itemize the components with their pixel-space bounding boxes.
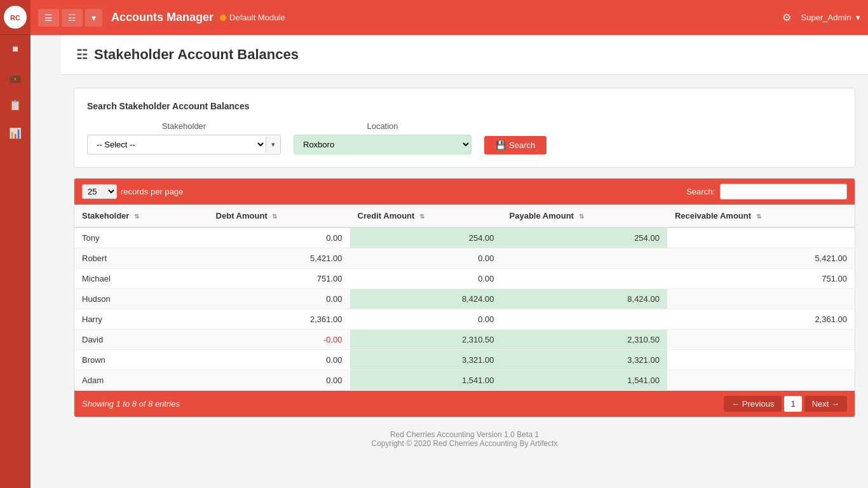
- username: Super_Admin: [801, 13, 851, 22]
- cell-debt: 5,421.00: [208, 248, 350, 269]
- page-title: Stakeholder Account Balances: [94, 46, 299, 63]
- sidebar-item-dashboard[interactable]: ■: [0, 35, 31, 63]
- cell-receivable: [667, 330, 855, 350]
- stakeholder-select-wrapper: -- Select -- ▾: [87, 135, 281, 154]
- showing-text: Showing 1 to 8 of 8 entries: [82, 399, 180, 409]
- app-title: Accounts Manager: [111, 11, 214, 24]
- cell-receivable: [667, 370, 855, 391]
- svg-text:RC: RC: [10, 14, 20, 22]
- search-button-label: Search: [509, 140, 535, 150]
- sidebar-logo: RC: [0, 0, 31, 35]
- sort-payable-icon: ⇅: [579, 213, 584, 220]
- search-button[interactable]: 💾 Search: [484, 136, 546, 154]
- search-button-group: 💾 Search: [484, 136, 546, 154]
- cell-receivable: 5,421.00: [667, 248, 855, 269]
- cell-stakeholder: Michael: [74, 269, 208, 289]
- search-section-title: Search Stakeholder Account Balances: [87, 101, 842, 111]
- cell-payable: 8,424.00: [502, 289, 667, 309]
- cell-stakeholder: David: [74, 330, 208, 350]
- module-dot: [220, 15, 226, 21]
- footer-line2: Copyright © 2020 Red Cherries Accounting…: [86, 439, 843, 448]
- table-row: Brown 0.00 3,321.00 3,321.00: [74, 350, 855, 370]
- cell-credit: 0.00: [350, 309, 502, 330]
- page-icon: ☷: [76, 47, 88, 62]
- search-form: Stakeholder -- Select -- ▾ Location Roxb…: [87, 121, 842, 154]
- cell-debt: 0.00: [208, 227, 350, 248]
- cell-receivable: [667, 350, 855, 370]
- col-debt[interactable]: Debt Amount ⇅: [208, 205, 350, 227]
- sort-debt-icon: ⇅: [272, 213, 277, 220]
- cell-debt: 751.00: [208, 269, 350, 289]
- col-payable[interactable]: Payable Amount ⇅: [502, 205, 667, 227]
- user-menu[interactable]: Super_Admin ▾: [799, 13, 860, 22]
- cell-debt: 0.00: [208, 350, 350, 370]
- table-row: David -0.00 2,310.50 2,310.50: [74, 330, 855, 350]
- cell-receivable: 2,361.00: [667, 309, 855, 330]
- stakeholder-select[interactable]: -- Select --: [88, 135, 266, 154]
- stakeholder-form-group: Stakeholder -- Select -- ▾: [87, 121, 281, 154]
- footer-line1: Red Cherries Accounting Version 1.0 Beta…: [86, 430, 843, 439]
- cell-credit: 0.00: [350, 269, 502, 289]
- cell-payable: 1,541.00: [502, 370, 667, 391]
- cell-debt: 0.00: [208, 289, 350, 309]
- chevron-button[interactable]: ▾: [85, 9, 102, 27]
- records-per-page-select[interactable]: 25 10 50 100: [82, 184, 117, 199]
- logo-text: RC: [4, 6, 27, 29]
- previous-button[interactable]: ← Previous: [724, 396, 782, 412]
- cell-receivable: [667, 289, 855, 309]
- table-section: 25 10 50 100 records per page Search:: [74, 178, 855, 417]
- cell-credit: 0.00: [350, 248, 502, 269]
- cell-payable: 2,310.50: [502, 330, 667, 350]
- col-receivable[interactable]: Receivable Amount ⇅: [667, 205, 855, 227]
- table-row: Tony 0.00 254.00 254.00: [74, 227, 855, 248]
- sidebar-item-document[interactable]: 📋: [0, 91, 31, 119]
- grid-button[interactable]: ☷: [62, 9, 83, 27]
- records-per-page-label: records per page: [121, 187, 183, 196]
- cell-debt: 0.00: [208, 370, 350, 391]
- page-header: ☷ Stakeholder Account Balances: [61, 35, 868, 75]
- cell-payable: 254.00: [502, 227, 667, 248]
- location-form-group: Location Roxboro: [294, 121, 471, 154]
- table-row: Hudson 0.00 8,424.00 8,424.00: [74, 289, 855, 309]
- cell-stakeholder: Hudson: [74, 289, 208, 309]
- cell-debt: -0.00: [208, 330, 350, 350]
- table-row: Michael 751.00 0.00 751.00: [74, 269, 855, 289]
- module-label-container: Default Module: [220, 13, 285, 22]
- col-stakeholder[interactable]: Stakeholder ⇅: [74, 205, 208, 227]
- cell-debt: 2,361.00: [208, 309, 350, 330]
- location-select[interactable]: Roxboro: [294, 135, 471, 154]
- sidebar-item-briefcase[interactable]: 💼: [0, 63, 31, 91]
- sort-stakeholder-icon: ⇅: [134, 213, 139, 220]
- page-1-button[interactable]: 1: [784, 396, 801, 412]
- table-body: Tony 0.00 254.00 254.00 Robert 5,421.00 …: [74, 227, 855, 391]
- cell-stakeholder: Adam: [74, 370, 208, 391]
- sort-credit-icon: ⇅: [419, 213, 424, 220]
- cell-credit: 1,541.00: [350, 370, 502, 391]
- cell-credit: 2,310.50: [350, 330, 502, 350]
- table-toolbar: 25 10 50 100 records per page Search:: [74, 179, 855, 205]
- cell-stakeholder: Tony: [74, 227, 208, 248]
- table-search-label: Search:: [686, 187, 715, 196]
- table-header: Stakeholder ⇅ Debt Amount ⇅ Credit Amoun…: [74, 205, 855, 227]
- records-per-page-group: 25 10 50 100 records per page: [82, 184, 183, 199]
- search-section: Search Stakeholder Account Balances Stak…: [74, 88, 855, 168]
- next-button[interactable]: Next →: [804, 396, 847, 412]
- cell-payable: [502, 309, 667, 330]
- col-credit[interactable]: Credit Amount ⇅: [350, 205, 502, 227]
- cell-payable: [502, 269, 667, 289]
- cell-payable: [502, 248, 667, 269]
- table-search-input[interactable]: [720, 184, 847, 200]
- pagination: ← Previous 1 Next →: [724, 396, 847, 412]
- sort-receivable-icon: ⇅: [756, 213, 761, 220]
- topnav: ☰ ☷ ▾ Accounts Manager Default Module ⚙ …: [31, 0, 868, 35]
- settings-icon[interactable]: ⚙: [782, 11, 791, 24]
- table-row: Adam 0.00 1,541.00 1,541.00: [74, 370, 855, 391]
- sidebar-item-chart[interactable]: 📊: [0, 119, 31, 147]
- cell-payable: 3,321.00: [502, 350, 667, 370]
- hamburger-button[interactable]: ☰: [38, 9, 59, 27]
- search-floppy-icon: 💾: [496, 140, 506, 150]
- stakeholder-toggle[interactable]: ▾: [266, 137, 280, 152]
- cell-credit: 3,321.00: [350, 350, 502, 370]
- cell-credit: 254.00: [350, 227, 502, 248]
- cell-receivable: [667, 227, 855, 248]
